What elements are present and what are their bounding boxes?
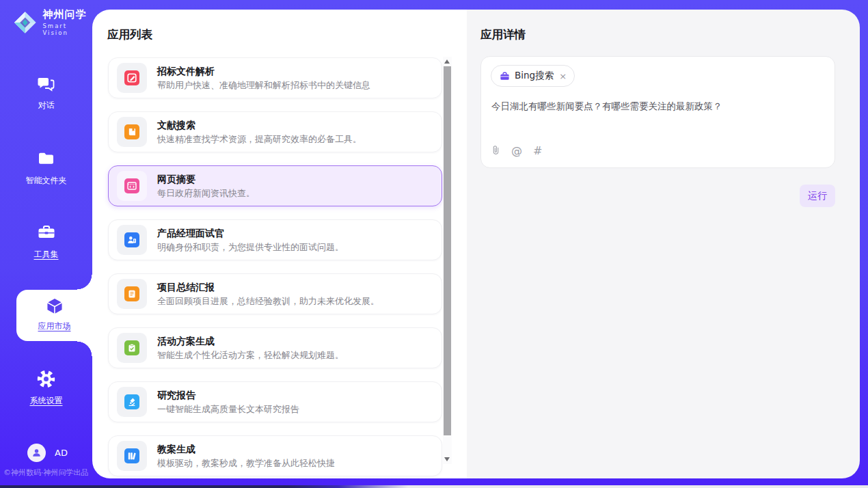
app-icon-tile — [117, 63, 147, 93]
close-icon[interactable]: × — [559, 71, 567, 81]
app-icon-tile — [117, 117, 147, 147]
app-card-title: 产品经理面试官 — [157, 227, 344, 240]
app-card-title: 文献搜索 — [157, 119, 362, 132]
app-card-desc: 明确身份和职责，为您提供专业性的面试问题。 — [157, 241, 344, 254]
app-icon-tile — [117, 171, 147, 201]
app-icon-tile — [117, 279, 147, 309]
app-card-project-summary[interactable]: 项目总结汇报 全面回顾项目进展，总结经验教训，助力未来优化发展。 — [108, 273, 442, 314]
paperclip-icon[interactable] — [491, 144, 500, 158]
chat-icon — [0, 74, 92, 94]
sidebar-item-label: 智能文件夹 — [26, 176, 67, 185]
user-account[interactable]: AD — [27, 444, 68, 462]
copyright-footer: ©神州数码·神州问学出品 — [3, 467, 96, 478]
window-bottom-edge — [0, 485, 868, 488]
tool-chip-bing-search[interactable]: Bing搜索 × — [491, 65, 575, 87]
app-card-desc: 模板驱动，教案秒成，教学准备从此轻松快捷 — [157, 457, 335, 470]
person-icon — [31, 448, 42, 458]
app-card-title: 网页摘要 — [157, 173, 255, 186]
app-list-title: 应用列表 — [107, 27, 152, 42]
scroll-down-arrow-icon[interactable] — [444, 457, 450, 461]
app-icon-tile — [117, 333, 147, 363]
brand-tagline: Smart Vision — [42, 23, 92, 36]
input-toolbar: @ # — [491, 144, 542, 158]
app-icon-tile — [117, 387, 147, 417]
app-card-desc: 智能生成个性化活动方案，轻松解决规划难题。 — [157, 349, 344, 362]
app-card-title: 招标文件解析 — [157, 65, 370, 78]
toolbox-icon — [0, 223, 92, 243]
app-list-pane: 应用列表 招标文件解析 帮助用户快速、准确地理解和解析招标书中的关键信 — [92, 10, 467, 478]
edit-icon — [124, 70, 139, 85]
app-card-title: 活动方案生成 — [157, 335, 344, 348]
clipboard-check-icon — [124, 340, 139, 355]
sidebar-item-label: 工具集 — [34, 249, 59, 259]
app-icon-tile — [117, 441, 147, 471]
app-card-list: 招标文件解析 帮助用户快速、准确地理解和解析招标书中的关键信息 — [108, 57, 442, 478]
app-card-desc: 一键智能生成高质量长文本研究报告 — [157, 403, 299, 416]
sidebar-item-smart-folder[interactable]: 智能文件夹 — [0, 149, 92, 187]
sidebar-item-label: 应用市场 — [38, 321, 71, 331]
microscope-icon — [124, 394, 139, 409]
cube-icon — [16, 296, 92, 316]
sidebar-item-app-market[interactable]: 应用市场 — [16, 290, 92, 341]
scrollbar-thumb[interactable] — [444, 66, 451, 435]
app-card-event-plan[interactable]: 活动方案生成 智能生成个性化活动方案，轻松解决规划难题。 — [108, 327, 442, 368]
books-icon — [124, 448, 139, 463]
tool-chip-label: Bing搜索 — [515, 70, 554, 82]
app-card-pm-interviewer[interactable]: 产品经理面试官 明确身份和职责，为您提供专业性的面试问题。 — [108, 219, 442, 260]
gear-icon — [0, 369, 92, 390]
app-card-lesson-plan[interactable]: 教案生成 模板驱动，教案秒成，教学准备从此轻松快捷 — [108, 435, 442, 476]
app-card-web-summary[interactable]: 网页摘要 每日政府新闻资讯快查。 — [108, 165, 442, 206]
folder-icon — [0, 149, 92, 170]
app-card-research-report[interactable]: 研究报告 一键智能生成高质量长文本研究报告 — [108, 381, 442, 422]
app-card-desc: 帮助用户快速、准确地理解和解析招标书中的关键信息 — [157, 79, 370, 92]
interviewer-icon — [124, 232, 139, 247]
app-card-bid-analysis[interactable]: 招标文件解析 帮助用户快速、准确地理解和解析招标书中的关键信息 — [108, 57, 442, 98]
app-icon-tile — [117, 225, 147, 255]
app-card-title: 研究报告 — [157, 389, 299, 402]
list-scrollbar[interactable] — [443, 57, 452, 464]
app-card-literature-search[interactable]: 文献搜索 快速精准查找学术资源，提高研究效率的必备工具。 — [108, 111, 442, 152]
brand-text: 神州问学 Smart Vision — [42, 8, 92, 36]
scroll-up-arrow-icon[interactable] — [444, 59, 450, 64]
notepad-icon — [124, 286, 139, 301]
brand-name: 神州问学 — [42, 8, 92, 21]
sidebar: 神州问学 Smart Vision 对话 智能文件夹 — [0, 0, 92, 488]
briefcase-icon — [500, 71, 510, 81]
browser-code-icon — [124, 178, 139, 193]
app-detail-pane: 应用详情 Bing搜索 × 今日湖北有哪些新闻要点？有哪些需要关注的最新政策？ — [467, 10, 860, 478]
user-initials: AD — [55, 448, 68, 458]
sidebar-item-chat[interactable]: 对话 — [0, 74, 92, 111]
app-card-desc: 每日政府新闻资讯快查。 — [157, 187, 255, 200]
sidebar-item-label: 系统设置 — [30, 396, 63, 405]
hash-icon[interactable]: # — [533, 146, 542, 157]
app-card-desc: 全面回顾项目进展，总结经验教训，助力未来优化发展。 — [157, 295, 379, 308]
avatar — [27, 444, 46, 462]
app-card-title: 项目总结汇报 — [157, 281, 379, 294]
app-window: 神州问学 Smart Vision 对话 智能文件夹 — [0, 0, 868, 488]
query-input[interactable]: 今日湖北有哪些新闻要点？有哪些需要关注的最新政策？ — [491, 99, 824, 113]
book-icon — [124, 124, 139, 139]
diamond-logo-icon — [13, 10, 37, 36]
run-button[interactable]: 运行 — [800, 185, 835, 207]
app-card-desc: 快速精准查找学术资源，提高研究效率的必备工具。 — [157, 133, 362, 146]
app-detail-title: 应用详情 — [480, 27, 526, 42]
query-input-card: Bing搜索 × 今日湖北有哪些新闻要点？有哪些需要关注的最新政策？ @ # — [480, 56, 835, 168]
content-panel: 应用列表 招标文件解析 帮助用户快速、准确地理解和解析招标书中的关键信 — [92, 10, 860, 478]
app-card-title: 教案生成 — [157, 443, 335, 456]
at-mention-icon[interactable]: @ — [511, 146, 522, 157]
sidebar-item-label: 对话 — [38, 100, 55, 110]
sidebar-item-settings[interactable]: 系统设置 — [0, 369, 92, 407]
sidebar-item-toolset[interactable]: 工具集 — [0, 223, 92, 260]
brand-logo: 神州问学 Smart Vision — [13, 8, 92, 36]
